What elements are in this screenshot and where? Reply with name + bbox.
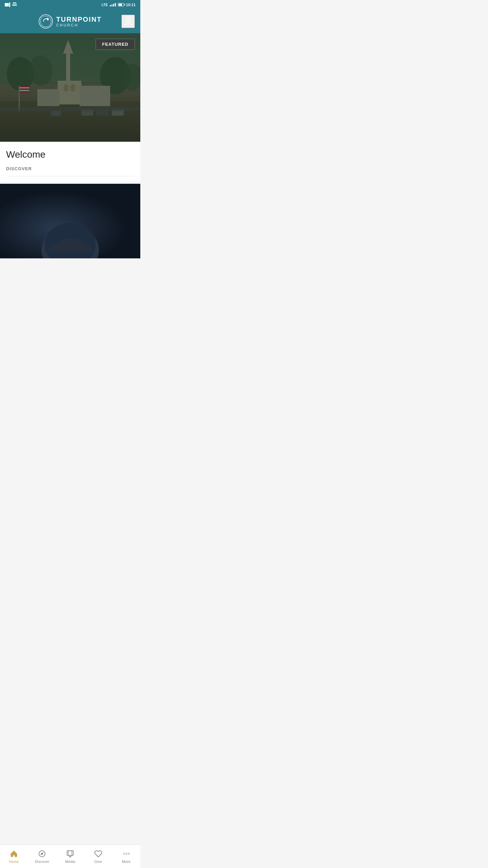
- lte-label: LTE: [102, 3, 108, 7]
- welcome-section: Welcome DISCOVER: [0, 142, 140, 182]
- second-content-section[interactable]: [0, 184, 140, 258]
- svg-point-5: [39, 15, 53, 28]
- profile-button[interactable]: [121, 15, 135, 28]
- wifi-icon: [12, 2, 18, 7]
- logo-name: TURNPOINT: [56, 16, 102, 23]
- signal-bars: [110, 3, 116, 6]
- discover-label: DISCOVER: [6, 166, 134, 176]
- svg-rect-1: [9, 2, 10, 7]
- second-image[interactable]: [0, 184, 140, 258]
- logo-text: TURNPOINT CHURCH: [56, 16, 102, 27]
- notification-icon: [5, 2, 10, 7]
- person-icon: [123, 17, 133, 26]
- svg-rect-0: [5, 3, 9, 6]
- svg-rect-2: [12, 4, 17, 4]
- svg-rect-3: [12, 5, 17, 6]
- status-bar-left: [5, 2, 18, 7]
- featured-image[interactable]: FEATURED: [0, 33, 140, 142]
- app-header: TURNPOINT CHURCH: [0, 9, 140, 33]
- svg-rect-4: [13, 2, 16, 3]
- logo-icon: [39, 14, 53, 28]
- svg-point-8: [126, 18, 130, 22]
- logo-subtitle: CHURCH: [56, 23, 79, 27]
- logo: TURNPOINT CHURCH: [39, 14, 102, 28]
- clock: 10:11: [126, 3, 136, 7]
- welcome-title: Welcome: [6, 149, 134, 160]
- featured-badge[interactable]: FEATURED: [96, 39, 135, 50]
- status-bar-right: LTE 10:11: [102, 3, 136, 7]
- battery-icon: [118, 3, 124, 6]
- svg-point-6: [40, 16, 51, 27]
- second-image-svg: [0, 184, 140, 258]
- status-bar: LTE 10:11: [0, 0, 140, 9]
